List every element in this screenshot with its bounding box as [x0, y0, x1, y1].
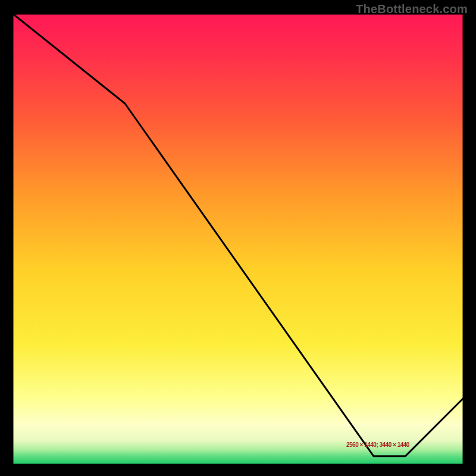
resolution-label: 2560 × 1440; 3440 × 1440 — [346, 441, 409, 448]
gradient-background — [12, 13, 464, 465]
chart-container: TheBottleneck.com — [0, 0, 476, 476]
watermark-text: TheBottleneck.com — [356, 2, 468, 16]
chart-plot — [12, 13, 464, 465]
